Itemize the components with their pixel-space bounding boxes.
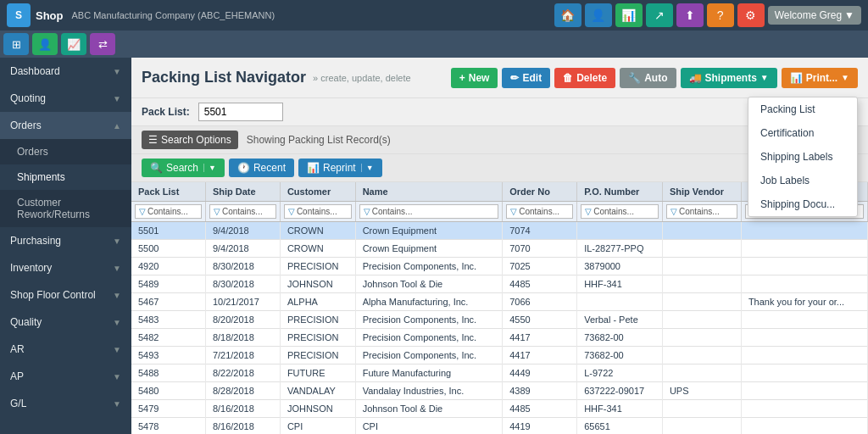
print-shipping-labels-item[interactable]: Shipping Labels	[748, 145, 857, 169]
export-icon[interactable]: ⬆	[676, 3, 704, 27]
cell-name: Precision Components, Inc.	[355, 311, 503, 329]
cell-ship_date: 8/30/2018	[205, 275, 280, 293]
table-row[interactable]: 55009/4/2018CROWNCrown Equipment7070IL-2…	[131, 240, 868, 258]
home-icon[interactable]: 🏠	[554, 3, 581, 27]
sidebar-item-purchasing[interactable]: Purchasing ▼	[0, 227, 131, 254]
cell-pack_list: 5488	[131, 364, 205, 382]
col-customer: Customer	[280, 182, 355, 202]
recent-button[interactable]: 🕐 Recent	[229, 159, 294, 177]
search-options-button[interactable]: ☰ Search Options	[142, 131, 238, 149]
auto-button[interactable]: 🔧 Auto	[620, 68, 676, 88]
table-row[interactable]: 55019/4/2018CROWNCrown Equipment7074	[131, 222, 868, 240]
cell-pack_list: 5493	[131, 347, 205, 364]
sidebar-item-inventory[interactable]: Inventory ▼	[0, 254, 131, 281]
connect-icon[interactable]: ⇄	[90, 33, 115, 55]
cell-ship_date: 8/22/2018	[205, 364, 280, 382]
table-row[interactable]: 54838/20/2018PRECISIONPrecision Componen…	[131, 311, 868, 329]
cell-ship_date: 7/21/2018	[205, 347, 280, 364]
shipments-button[interactable]: 🚚 Shipments ▼	[681, 68, 777, 88]
cell-name: Precision Components, Inc.	[355, 329, 503, 347]
sidebar-item-orders-sub[interactable]: Orders	[0, 139, 131, 164]
table-row[interactable]: 54798/16/2018JOHNSONJohnson Tool & Die44…	[131, 400, 868, 418]
cell-name: Crown Equipment	[355, 240, 503, 258]
cell-po_number: IL-28277-PPQ	[577, 240, 663, 258]
sidebar-item-ar[interactable]: AR ▼	[0, 336, 131, 363]
sidebar-item-orders[interactable]: Orders ▲	[0, 112, 131, 139]
print-packing-list-item[interactable]: Packing List	[748, 97, 857, 121]
table-row[interactable]: 54808/28/2018VANDALAYVandalay Industries…	[131, 382, 868, 400]
search-dropdown-arrow-icon: ▼	[203, 164, 216, 172]
cell-customer: PRECISION	[280, 258, 355, 275]
cell-customer: PRECISION	[280, 329, 355, 347]
reprint-button[interactable]: 📊 Reprint ▼	[298, 159, 382, 177]
print-job-labels-item[interactable]: Job Labels	[748, 169, 857, 192]
table-container: Pack List Ship Date Customer Name Order …	[131, 182, 868, 434]
sidebar-item-shop-floor[interactable]: Shop Floor Control ▼	[0, 281, 131, 309]
print-certification-item[interactable]: Certification	[748, 121, 857, 145]
cell-ship_vendor	[662, 400, 741, 418]
sidebar-item-dashboard[interactable]: Dashboard ▼	[0, 58, 131, 85]
cell-order_no: 4485	[503, 400, 577, 418]
new-button[interactable]: + New	[451, 68, 498, 88]
table-row[interactable]: 54828/18/2018PRECISIONPrecision Componen…	[131, 329, 868, 347]
sidebar-item-gl[interactable]: G/L ▼	[0, 390, 131, 417]
table-body: 55019/4/2018CROWNCrown Equipment70745500…	[131, 222, 868, 435]
cell-po_number: 73682-00	[577, 329, 663, 347]
pack-list-input[interactable]	[198, 103, 283, 121]
print-button[interactable]: 📊 Print... ▼	[782, 68, 858, 88]
sidebar-item-ap[interactable]: AP ▼	[0, 363, 131, 390]
cell-ship_vendor	[662, 364, 741, 382]
table-row[interactable]: 54898/30/2018JOHNSONJohnson Tool & Die44…	[131, 275, 868, 293]
cell-pack_list: 5479	[131, 400, 205, 418]
dropdown-arrow-icon: ▼	[760, 73, 769, 82]
table-row[interactable]: 54788/16/2018CPICPI441965651	[131, 418, 868, 435]
table-row[interactable]: 54888/22/2018FUTUREFuture Manufacturing4…	[131, 364, 868, 382]
filter-pack-list: ▽ Contains...	[131, 202, 205, 222]
delete-button[interactable]: 🗑 Delete	[554, 68, 615, 88]
company-name: ABC Manufacturing Company (ABC_EHEMANN)	[72, 10, 275, 20]
pack-list-label: Pack List:	[142, 106, 190, 118]
page-title: Packing List Navigator	[142, 69, 306, 86]
settings-icon[interactable]: ⚙	[737, 3, 765, 27]
cell-notes	[741, 311, 867, 329]
graph-icon[interactable]: 📈	[61, 33, 86, 55]
col-po-number: P.O. Number	[577, 182, 663, 202]
cell-order_no: 4389	[503, 382, 577, 400]
cell-customer: CROWN	[280, 222, 355, 240]
cell-customer: VANDALAY	[280, 382, 355, 400]
print-shipping-doc-item[interactable]: Shipping Docu...	[748, 192, 857, 216]
search-button[interactable]: 🔍 Search ▼	[142, 159, 225, 177]
app-logo-icon: S	[7, 3, 31, 27]
search-icon: 🔍	[150, 162, 163, 174]
print-dropdown-container: 📊 Print... ▼ Packing List Certification …	[782, 68, 858, 88]
plus-icon: +	[459, 72, 465, 84]
sidebar-item-customer-rework[interactable]: Customer Rework/Returns	[0, 190, 131, 227]
welcome-button[interactable]: Welcome Greg ▼	[768, 6, 861, 25]
share-icon[interactable]: ↗	[646, 3, 673, 27]
cell-order_no: 4550	[503, 311, 577, 329]
col-pack-list: Pack List	[131, 182, 205, 202]
table-row[interactable]: 54937/21/2018PRECISIONPrecision Componen…	[131, 347, 868, 364]
users-icon[interactable]: 👤	[585, 3, 612, 27]
edit-button[interactable]: ✏ Edit	[502, 68, 550, 88]
edit-icon: ✏	[510, 72, 519, 84]
dashboard-icon[interactable]: ⊞	[3, 33, 29, 55]
cell-ship_vendor	[662, 258, 741, 275]
question-icon[interactable]: ?	[707, 3, 734, 27]
filter-order-no: ▽ Contains...	[503, 202, 577, 222]
cell-po_number: 65651	[577, 418, 663, 435]
chevron-icon: ▲	[113, 121, 121, 131]
showing-text: Showing Packing List Record(s)	[247, 134, 391, 146]
welcome-arrow: ▼	[844, 9, 854, 21]
table-row[interactable]: 49208/30/2018PRECISIONPrecision Componen…	[131, 258, 868, 275]
sidebar-item-quality[interactable]: Quality ▼	[0, 309, 131, 336]
chevron-icon: ▼	[113, 94, 121, 103]
filter-po-number: ▽ Contains...	[577, 202, 663, 222]
table-row[interactable]: 546710/21/2017ALPHAAlpha Manufacturing, …	[131, 293, 868, 311]
main-content: Packing List Navigator » create, update,…	[131, 58, 868, 434]
sidebar-item-quoting[interactable]: Quoting ▼	[0, 85, 131, 112]
person-icon[interactable]: 👤	[32, 33, 58, 55]
sidebar-item-shipments[interactable]: Shipments	[0, 164, 131, 190]
cell-ship_date: 8/18/2018	[205, 329, 280, 347]
chart-icon[interactable]: 📊	[615, 3, 643, 27]
